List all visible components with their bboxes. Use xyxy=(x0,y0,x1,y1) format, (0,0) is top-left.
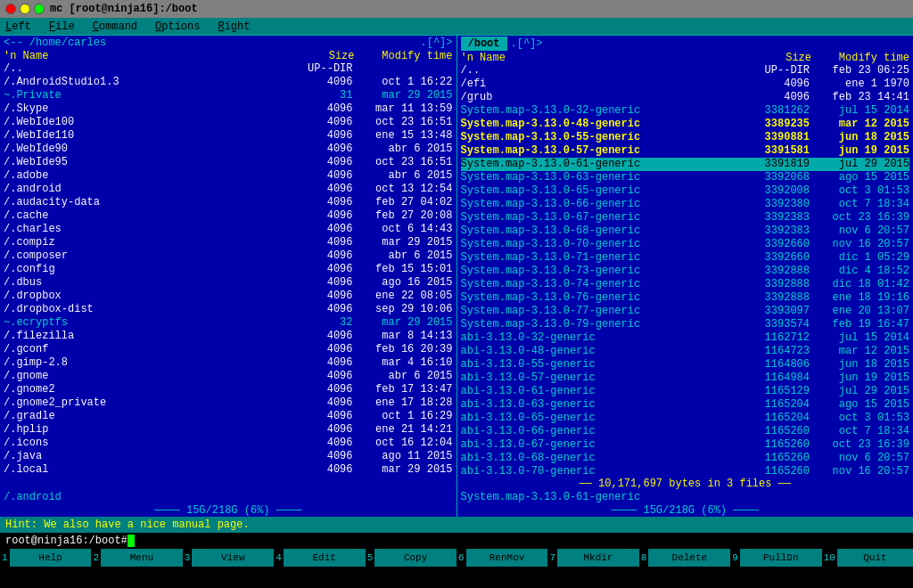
fkey-10[interactable]: 10Quit xyxy=(822,549,913,567)
list-item[interactable]: System.map-3.13.0-48-generic3389235mar 1… xyxy=(461,118,910,131)
list-item[interactable]: /.icons4096oct 16 12:04 xyxy=(4,437,453,450)
list-item[interactable]: System.map-3.13.0-73-generic3392888dic 4… xyxy=(461,265,910,278)
list-item[interactable]: abi-3.13.0-67-generic1165260oct 23 16:39 xyxy=(461,438,910,452)
list-item[interactable]: /..UP--DIRfeb 23 06:25 xyxy=(461,64,910,78)
list-item[interactable]: System.map-3.13.0-66-generic3392380oct 7… xyxy=(461,198,910,211)
list-item[interactable]: /.java4096ago 11 2015 xyxy=(4,450,453,463)
list-item[interactable]: System.map-3.13.0-57-generic3391581jun 1… xyxy=(461,144,910,158)
list-item[interactable]: /.gradle4096oct 1 16:29 xyxy=(4,410,453,423)
command-line[interactable]: root@ninja16:/boot# xyxy=(0,533,913,549)
right-col-headers: 'n Name Size Modify time xyxy=(457,52,914,64)
left-col-name: 'n Name xyxy=(4,50,284,62)
list-item[interactable]: /.composer4096abr 6 2015 xyxy=(4,249,453,263)
maximize-button[interactable] xyxy=(34,4,45,14)
fkey-7[interactable]: 7Mkdir xyxy=(547,549,638,567)
list-item[interactable]: abi-3.13.0-55-generic1164806jun 18 2015 xyxy=(461,358,910,372)
list-item[interactable]: abi-3.13.0-68-generic1165260nov 6 20:57 xyxy=(461,452,910,465)
list-item[interactable]: System.map-3.13.0-76-generic3392888ene 1… xyxy=(461,291,910,305)
fkey-num-1: 1 xyxy=(0,552,10,563)
list-item[interactable]: System.map-3.13.0-71-generic3392660dic 1… xyxy=(461,251,910,265)
menu-options[interactable]: Options xyxy=(155,20,200,33)
list-item[interactable]: /.audacity-data4096feb 27 04:02 xyxy=(4,196,453,209)
list-item[interactable]: /.gnome24096feb 17 13:47 xyxy=(4,383,453,396)
list-item[interactable]: /efi4096ene 1 1970 xyxy=(461,78,910,91)
list-item[interactable]: System.map-3.13.0-67-generic3392383oct 2… xyxy=(461,211,910,225)
list-item[interactable]: abi-3.13.0-32-generic1162712jul 15 2014 xyxy=(461,331,910,345)
left-panel-indicator: .[^]> xyxy=(420,37,452,49)
fkey-2[interactable]: 2Menu xyxy=(91,549,182,567)
fkey-6[interactable]: 6RenMov xyxy=(456,549,547,567)
list-item[interactable]: /.AndroidStudio1.34096oct 1 16:22 xyxy=(4,76,453,89)
list-item[interactable]: /.adobe4096abr 6 2015 xyxy=(4,169,453,183)
fkey-num-9: 9 xyxy=(730,552,740,563)
function-keys-bar: 1Help2Menu3View4Edit5Copy6RenMov7Mkdir8D… xyxy=(0,549,913,567)
list-item[interactable]: ~.ecryptfs32mar 29 2015 xyxy=(4,316,453,330)
menu-right[interactable]: Right xyxy=(218,20,250,33)
list-item[interactable]: System.map-3.13.0-79-generic3393574feb 1… xyxy=(461,318,910,331)
list-item[interactable]: System.map-3.13.0-65-generic3392008oct 3… xyxy=(461,184,910,198)
list-item[interactable]: System.map-3.13.0-68-generic3392383nov 6… xyxy=(461,225,910,238)
fkey-num-4: 4 xyxy=(274,552,284,563)
fkey-label-5: Copy xyxy=(374,549,456,567)
list-item[interactable]: System.map-3.13.0-74-generic3392888dic 1… xyxy=(461,278,910,291)
list-item[interactable]: abi-3.13.0-57-generic1164984jun 19 2015 xyxy=(461,372,910,385)
list-item[interactable]: /..UP--DIR xyxy=(4,62,453,76)
list-item[interactable]: /.WebIde1004096oct 23 16:51 xyxy=(4,116,453,129)
list-item[interactable]: /.compiz4096mar 29 2015 xyxy=(4,236,453,249)
fkey-3[interactable]: 3View xyxy=(183,549,274,567)
hint-text: Hint: We also have a nice manual page. xyxy=(5,519,250,531)
list-item[interactable]: System.map-3.13.0-55-generic3390881jun 1… xyxy=(461,131,910,144)
fkey-9[interactable]: 9PullDn xyxy=(730,549,821,567)
list-item[interactable]: System.map-3.13.0-32-generic3381262jul 1… xyxy=(461,104,910,118)
command-cursor xyxy=(127,535,135,547)
list-item[interactable]: /.gnome4096abr 6 2015 xyxy=(4,370,453,383)
list-item[interactable]: /.charles4096oct 6 14:43 xyxy=(4,223,453,236)
list-item[interactable]: abi-3.13.0-61-generic1165129jul 29 2015 xyxy=(461,385,910,398)
fkey-8[interactable]: 8Delete xyxy=(639,549,730,567)
list-item[interactable]: System.map-3.13.0-77-generic3393097ene 2… xyxy=(461,305,910,318)
list-item[interactable]: /.cache4096feb 27 20:08 xyxy=(4,209,453,223)
list-item[interactable]: System.map-3.13.0-63-generic3392068ago 1… xyxy=(461,171,910,184)
fkey-num-8: 8 xyxy=(639,552,649,563)
list-item[interactable]: /.dbus4096ago 16 2015 xyxy=(4,276,453,290)
list-item[interactable]: /.gconf4096feb 16 20:39 xyxy=(4,343,453,356)
list-item[interactable]: /.config4096feb 15 15:01 xyxy=(4,263,453,276)
fkey-num-5: 5 xyxy=(366,552,375,563)
list-item[interactable]: abi-3.13.0-48-generic1164723mar 12 2015 xyxy=(461,345,910,358)
list-item[interactable]: /.local4096mar 29 2015 xyxy=(4,463,453,477)
fkey-5[interactable]: 5Copy xyxy=(366,549,456,567)
list-item[interactable]: /.gimp-2.84096mar 4 16:10 xyxy=(4,356,453,370)
list-item[interactable]: System.map-3.13.0-61-generic3391819jul 2… xyxy=(461,158,910,171)
list-item[interactable]: /.WebIde954096oct 23 16:51 xyxy=(4,156,453,169)
list-item[interactable]: /.gnome2_private4096ene 17 18:28 xyxy=(4,396,453,410)
list-item[interactable]: abi-3.13.0-66-generic1165260oct 7 18:34 xyxy=(461,425,910,438)
fkey-label-10: Quit xyxy=(837,549,913,567)
list-item[interactable]: abi-3.13.0-70-generic1165260nov 16 20:57 xyxy=(461,465,910,478)
fkey-1[interactable]: 1Help xyxy=(0,549,91,567)
panels: <-- /home/carles .[^]> 'n Name Size Modi… xyxy=(0,36,913,517)
list-item[interactable]: /.WebIde1104096ene 15 13:48 xyxy=(4,129,453,143)
fkey-4[interactable]: 4Edit xyxy=(274,549,365,567)
right-info-line: ── 10,171,697 bytes in 3 files ── xyxy=(457,478,914,490)
list-item[interactable]: /grub4096feb 23 14:41 xyxy=(461,91,910,104)
list-item[interactable]: /.dropbox4096ene 22 08:05 xyxy=(4,290,453,303)
list-item[interactable]: abi-3.13.0-63-generic1165204ago 15 2015 xyxy=(461,398,910,412)
menu-command[interactable]: Command xyxy=(93,20,137,33)
menu-left[interactable]: Left xyxy=(5,20,31,33)
list-item[interactable]: /.WebIde904096abr 6 2015 xyxy=(4,143,453,156)
close-button[interactable] xyxy=(5,4,16,14)
minimize-button[interactable] xyxy=(20,4,30,14)
list-item[interactable]: /.hplip4096ene 21 14:21 xyxy=(4,423,453,437)
window-controls[interactable] xyxy=(5,4,45,14)
list-item[interactable]: System.map-3.13.0-70-generic3392660nov 1… xyxy=(461,238,910,251)
right-panel: /boot .[^]> 'n Name Size Modify time /..… xyxy=(457,36,914,517)
list-item[interactable]: ~.Private31mar 29 2015 xyxy=(4,89,453,102)
list-item[interactable]: /.android4096oct 13 12:54 xyxy=(4,183,453,196)
list-item[interactable]: /.dropbox-dist4096sep 29 10:06 xyxy=(4,303,453,316)
left-col-headers: 'n Name Size Modify time xyxy=(0,50,456,62)
list-item[interactable]: /.filezilla4096mar 8 14:13 xyxy=(4,330,453,343)
list-item[interactable]: /.Skype4096mar 11 13:59 xyxy=(4,102,453,116)
list-item[interactable]: abi-3.13.0-65-generic1165204oct 3 01:53 xyxy=(461,412,910,425)
fkey-label-4: Edit xyxy=(284,549,366,567)
menu-file[interactable]: File xyxy=(49,20,75,33)
